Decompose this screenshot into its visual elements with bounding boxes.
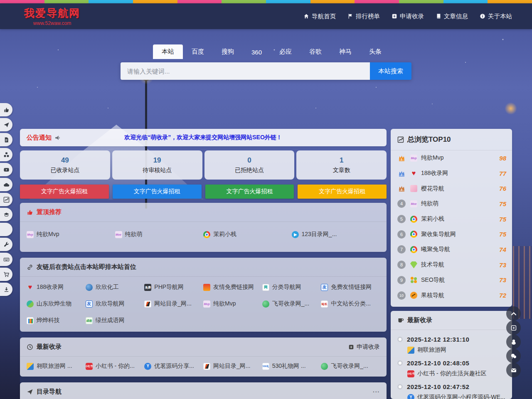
site-name: 技术导航 xyxy=(421,261,495,268)
mail-contact-button[interactable] xyxy=(506,363,521,377)
latest-link[interactable]: 小红书小红书 - 你的... xyxy=(86,362,145,370)
friend-link[interactable]: 网站目录_网... xyxy=(144,300,203,308)
search-tab-360[interactable]: 360 xyxy=(243,45,271,59)
search-tab-local[interactable]: 本站 xyxy=(153,44,183,59)
recent-link[interactable]: 小红书小红书 - 你的生活兴趣社区 xyxy=(407,370,505,377)
tool-pill-telegram[interactable] xyxy=(0,118,12,131)
latest-link[interactable]: 网站目录_网... xyxy=(203,362,262,370)
tool-pill-document[interactable] xyxy=(0,133,12,146)
wechat-contact-button[interactable] xyxy=(506,349,521,363)
search-tab-toutiao[interactable]: 头条 xyxy=(360,44,390,59)
ad-banner[interactable]: 文字广告火爆招租 xyxy=(298,185,387,199)
rank-badge: 10 xyxy=(397,291,406,300)
friend-link[interactable]: ♥188收录网 xyxy=(27,283,86,291)
friend-link[interactable]: 成语绿丝成语网 xyxy=(86,317,145,324)
tool-pill-shop[interactable] xyxy=(0,268,12,281)
ad-banner[interactable]: 文字广告火爆招租 xyxy=(20,185,109,199)
latest-link[interactable]: Y优茗源码分享... xyxy=(144,362,203,370)
tool-pill-cloud[interactable] xyxy=(0,178,12,191)
site-logo[interactable]: 我爱导航网 www.52waw.com xyxy=(24,6,80,26)
search-tab-google[interactable]: 谷歌 xyxy=(300,44,330,59)
ad-banner[interactable]: 文字广告火爆招租 xyxy=(205,185,294,199)
site-name: 纯欲Mvp xyxy=(421,154,495,162)
thumbs-up-icon xyxy=(3,107,10,113)
pinned-link[interactable]: Moe纯欲萌 xyxy=(115,231,204,238)
site-name: 果核导航 xyxy=(421,292,495,299)
site-name: 茉莉小栈 xyxy=(421,215,495,223)
site-favicon xyxy=(410,246,417,253)
recent-link[interactable]: 翱联旅游网 xyxy=(407,346,505,354)
tool-pill-tools[interactable] xyxy=(0,238,12,251)
tool-pill-download[interactable] xyxy=(0,283,12,296)
recent-panel: 最新收录 2025-12-12 12:31:10 翱联旅游网 2025-12-1… xyxy=(391,311,512,399)
tool-pill-education[interactable] xyxy=(0,208,12,221)
friend-link[interactable]: 烨烨科技 xyxy=(27,317,86,324)
video-icon xyxy=(3,167,10,173)
tool-pill-video[interactable] xyxy=(0,163,12,176)
friend-link[interactable]: 山东欣烨生物 xyxy=(27,300,86,308)
search-tab-sogou[interactable]: 搜狗 xyxy=(213,44,243,59)
nav-item-about[interactable]: 关于本站 xyxy=(480,12,512,20)
tool-pill-trending[interactable] xyxy=(0,193,12,206)
top10-row[interactable]: 3 樱花导航 76 xyxy=(391,181,512,196)
tool-pill-like[interactable] xyxy=(0,103,12,116)
quick-add-button[interactable] xyxy=(506,320,521,335)
paper-plane-icon xyxy=(27,389,33,395)
top10-row[interactable]: 9 SEO导航 73 xyxy=(391,273,512,288)
qq-contact-button[interactable] xyxy=(506,335,521,349)
pinned-link[interactable]: 123目录网_... xyxy=(292,231,380,238)
search-tab-shenma[interactable]: 神马 xyxy=(330,44,360,59)
pinned-section: 置顶推荐 Mvp纯欲Mvp Moe纯欲萌 茉莉小栈 123目录网_... xyxy=(20,203,387,252)
announcement-text: 欢迎光临“萌收录”，欢迎大家来提交网站增强网站SEO外链！ xyxy=(20,134,387,141)
rank-badge: 4 xyxy=(397,200,406,208)
chevron-up-icon xyxy=(510,310,517,317)
tool-pill-blank[interactable] xyxy=(0,223,12,236)
latest-link[interactable]: 翱联旅游网 ... xyxy=(27,362,86,370)
search-tab-bing[interactable]: 必应 xyxy=(271,44,300,59)
search-button[interactable]: 本站搜索 xyxy=(370,62,411,80)
tool-pill-keyboard[interactable] xyxy=(0,253,12,266)
stat-label: 已拒绝站点 xyxy=(235,167,264,174)
top10-row[interactable]: 7 曦聚兔导航 74 xyxy=(391,242,512,257)
friend-link[interactable]: Mvp纯欲Mvp xyxy=(203,300,262,308)
friend-link[interactable]: 友欣欣导航网 xyxy=(86,300,145,308)
pinned-link[interactable]: 茉莉小栈 xyxy=(203,231,292,238)
header: 我爱导航网 www.52waw.com 导航首页 排行榜单 申请收录 文章信息 … xyxy=(0,3,532,29)
nav-label: 导航首页 xyxy=(312,12,336,20)
nav-item-ranking[interactable]: 排行榜单 xyxy=(347,12,380,20)
qq-icon xyxy=(510,339,517,345)
site-name: 纯欲Mvp xyxy=(37,231,59,238)
top10-row[interactable]: 1 Mvp 纯欲Mvp 98 xyxy=(391,150,512,166)
latest-link[interactable]: 530礼530礼物网 ... xyxy=(262,362,321,370)
ad-banner[interactable]: 文字广告火爆招租 xyxy=(113,185,202,199)
latest-link[interactable]: 飞哥收录网_... xyxy=(321,362,380,370)
top10-row[interactable]: 8 技术导航 73 xyxy=(391,257,512,273)
friend-link[interactable]: 欣欣化工 xyxy=(86,283,145,291)
friend-link[interactable]: 友免费友情链接网 xyxy=(321,283,380,291)
search-tab-baidu[interactable]: 百度 xyxy=(183,44,213,59)
apply-include-button[interactable]: 申请收录 xyxy=(348,343,380,351)
nav-item-articles[interactable]: 文章信息 xyxy=(436,12,468,20)
friend-link[interactable]: 免费PHP导航网 xyxy=(144,283,203,291)
tool-pill-cubes[interactable] xyxy=(0,148,12,161)
site-name: 茉莉小栈 xyxy=(213,231,236,238)
top10-row[interactable]: 6 聚收集导航网 75 xyxy=(391,227,512,242)
friend-link[interactable]: 站长中文站长分类... xyxy=(321,300,380,308)
nav-item-submit[interactable]: 申请收录 xyxy=(392,12,424,20)
nav-item-home[interactable]: 导航首页 xyxy=(303,12,336,20)
top10-row[interactable]: 4 Moe 纯欲萌 75 xyxy=(391,196,512,212)
pinned-link[interactable]: Mvp纯欲Mvp xyxy=(27,231,115,238)
friend-link[interactable]: 友情免费链接网 xyxy=(203,283,262,291)
top10-row[interactable]: 2 ♥ 188收录网 77 xyxy=(391,166,512,181)
top10-row[interactable]: 5 茉莉小栈 75 xyxy=(391,212,512,227)
stat-label: 已收录站点 xyxy=(50,167,79,174)
back-to-top-button[interactable] xyxy=(506,306,521,321)
top10-row[interactable]: 10 果核导航 72 xyxy=(391,288,512,303)
stat-pending: 19 待审核站点 xyxy=(112,150,202,180)
friend-link[interactable]: 飞哥收录网_... xyxy=(262,300,321,308)
recent-link[interactable]: Y优茗源码分享网-小程序源码-WE... xyxy=(407,394,505,399)
search-input[interactable] xyxy=(121,62,370,80)
site-favicon: 站长 xyxy=(321,300,328,308)
directory-more-button[interactable]: ··· xyxy=(373,389,380,395)
friend-link[interactable]: 网分类导航网 xyxy=(262,283,321,291)
